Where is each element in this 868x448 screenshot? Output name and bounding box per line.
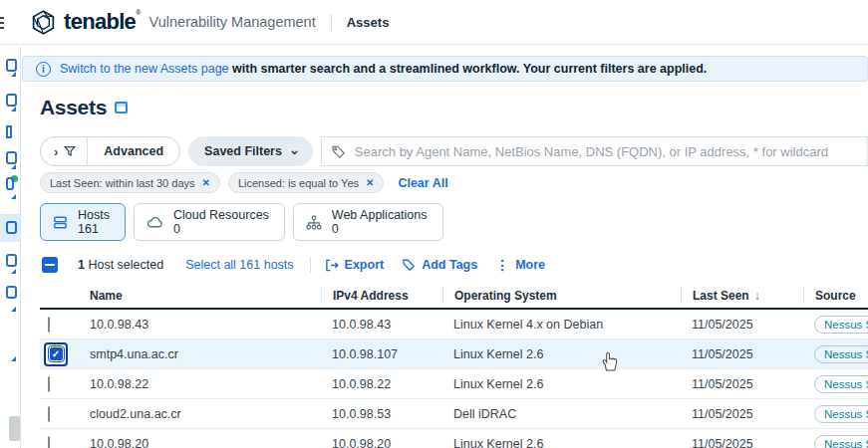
row-checkbox-checked[interactable]: ✓ — [44, 342, 68, 366]
product-name: Vulnerability Management — [149, 14, 316, 30]
clear-all-link[interactable]: Clear All — [398, 176, 447, 190]
column-header-last-seen[interactable]: Last Seen↓ — [681, 288, 803, 304]
filter-toolbar: › Advanced Saved Filters ⌄ Search by Age… — [40, 136, 868, 166]
nav-icon[interactable] — [6, 94, 17, 107]
column-header-ipv4[interactable]: IPv4 Address — [321, 288, 442, 304]
nav-icon[interactable] — [6, 125, 12, 138]
tab-cloud-resources[interactable]: Cloud Resources0 — [134, 203, 285, 241]
row-checkbox[interactable] — [48, 317, 50, 333]
row-checkbox[interactable] — [48, 436, 50, 448]
row-checkbox-cell[interactable] — [40, 377, 90, 391]
row-checkbox[interactable] — [48, 376, 50, 392]
filter-expand-button[interactable]: › — [41, 137, 88, 165]
more-button[interactable]: ⋮ More — [495, 257, 545, 273]
row-checkbox-cell[interactable] — [40, 437, 90, 448]
tab-hosts[interactable]: Hosts161 — [40, 203, 126, 241]
export-icon — [325, 259, 339, 272]
saved-filters-label: Saved Filters — [204, 144, 282, 158]
nav-icon[interactable] — [6, 254, 17, 267]
app-window: tenable® Vulnerability Management Assets… — [0, 0, 868, 448]
nav-icon[interactable] — [6, 286, 17, 299]
cell-name[interactable]: 10.0.98.22 — [90, 377, 321, 391]
nav-icon[interactable] — [6, 151, 17, 164]
tab-count: 0 — [173, 222, 269, 236]
column-header-os[interactable]: Operating System — [442, 288, 681, 304]
source-badge: Nessus Scan — [814, 405, 868, 423]
cell-name[interactable]: 10.0.98.43 — [90, 318, 321, 332]
tab-count: 161 — [78, 222, 110, 236]
row-checkbox[interactable] — [48, 406, 50, 422]
web-applications-icon — [305, 214, 323, 231]
info-banner: i Switch to the new Assets page with sma… — [22, 56, 868, 82]
sort-desc-icon: ↓ — [754, 289, 760, 303]
tag-icon — [331, 144, 346, 159]
banner-message: with smarter search and a streamlined wo… — [229, 62, 708, 76]
filter-chip[interactable]: Last Seen: within last 30 days ✕ — [40, 172, 220, 193]
cell-last-seen: 11/05/2025 — [681, 377, 803, 391]
column-header-source[interactable]: Source — [803, 288, 868, 304]
cell-ipv4: 10.0.98.107 — [321, 347, 442, 361]
selection-action-bar: 1 Host selected Select all 161 hosts Exp… — [40, 252, 868, 278]
cell-os: Linux Kernel 2.6 — [442, 437, 681, 448]
cell-last-seen: 11/05/2025 — [681, 437, 803, 448]
chevron-right-icon: › — [54, 144, 58, 159]
cell-os: Linux Kernel 4.x on Debian — [442, 318, 681, 332]
table-header-row: Name IPv4 Address Operating System Last … — [40, 284, 868, 310]
nav-flyout-indicator — [11, 194, 16, 199]
table-row[interactable]: ✓ smtp4.una.ac.cr 10.0.98.107 Linux Kern… — [40, 339, 868, 369]
asset-search-box[interactable]: Search by Agent Name, NetBios Name, DNS … — [321, 136, 868, 166]
brand-name[interactable]: tenable® — [64, 9, 141, 35]
cell-ipv4: 10.0.98.53 — [321, 407, 442, 421]
chip-close-icon[interactable]: ✕ — [202, 177, 210, 188]
chip-close-icon[interactable]: ✕ — [366, 177, 374, 188]
select-all-checkbox-indeterminate[interactable] — [42, 257, 58, 273]
tab-count: 0 — [332, 222, 428, 236]
table-row[interactable]: 10.0.98.22 10.0.98.22 Linux Kernel 2.6 1… — [40, 369, 868, 399]
cloud-icon — [145, 214, 164, 231]
filter-chip[interactable]: Licensed: is equal to Yes ✕ — [228, 172, 384, 193]
source-badge: Nessus Scan — [814, 316, 868, 334]
advanced-filter-pill: › Advanced — [40, 136, 180, 166]
nav-item-selected[interactable] — [0, 214, 20, 242]
cell-last-seen: 11/05/2025 — [681, 407, 803, 421]
tab-label: Web Applications — [332, 208, 428, 222]
cell-last-seen: 11/05/2025 — [681, 347, 803, 361]
top-bar: tenable® Vulnerability Management Assets — [0, 0, 868, 45]
nav-flyout-indicator — [11, 72, 16, 77]
cell-os: Dell iDRAC — [442, 407, 681, 421]
export-button[interactable]: Export — [325, 258, 385, 272]
table-row[interactable]: cloud2.una.ac.cr 10.0.98.53 Dell iDRAC 1… — [40, 399, 868, 429]
table-row[interactable]: 10.0.98.43 10.0.98.43 Linux Kernel 4.x o… — [40, 310, 868, 339]
legacy-page-icon[interactable] — [115, 102, 128, 113]
tab-web-applications[interactable]: Web Applications0 — [293, 203, 443, 241]
saved-filters-dropdown[interactable]: Saved Filters ⌄ — [188, 136, 313, 166]
header-checkbox-cell — [40, 288, 90, 304]
nav-flyout-indicator — [11, 107, 16, 112]
nav-icon[interactable] — [6, 177, 14, 190]
cell-ipv4: 10.0.98.43 — [321, 318, 442, 332]
nav-flyout-indicator — [11, 164, 16, 169]
advanced-button[interactable]: Advanced — [88, 144, 179, 158]
search-placeholder: Search by Agent Name, NetBios Name, DNS … — [355, 144, 828, 159]
nav-icon[interactable] — [6, 59, 17, 72]
tab-label: Hosts — [78, 208, 110, 222]
cell-name[interactable]: smtp4.una.ac.cr — [90, 347, 321, 361]
sidebar-scrollbar-thumb[interactable] — [9, 416, 20, 441]
row-checkbox-cell[interactable] — [40, 407, 90, 421]
row-checkbox-cell[interactable]: ✓ — [40, 342, 90, 366]
column-header-name[interactable]: Name — [90, 288, 321, 304]
select-all-hosts-link[interactable]: Select all 161 hosts — [185, 258, 293, 272]
cell-last-seen: 11/05/2025 — [681, 318, 803, 332]
add-tags-button[interactable]: Add Tags — [402, 258, 477, 272]
tenable-logo-icon — [30, 9, 57, 36]
hamburger-menu-icon[interactable] — [0, 17, 4, 29]
table-row[interactable]: 10.0.98.20 10.0.98.20 Linux Kernel 2.6 1… — [40, 429, 868, 448]
cell-ipv4: 10.0.98.20 — [321, 437, 442, 448]
cell-name[interactable]: cloud2.una.ac.cr — [90, 407, 321, 421]
page-title-row: Assets — [40, 96, 868, 119]
source-badge: Nessus Scan — [814, 375, 868, 393]
row-checkbox-cell[interactable] — [40, 318, 90, 332]
cell-name[interactable]: 10.0.98.20 — [90, 437, 321, 448]
switch-new-assets-link[interactable]: Switch to the new Assets page — [60, 62, 229, 76]
add-tag-icon — [402, 258, 416, 272]
